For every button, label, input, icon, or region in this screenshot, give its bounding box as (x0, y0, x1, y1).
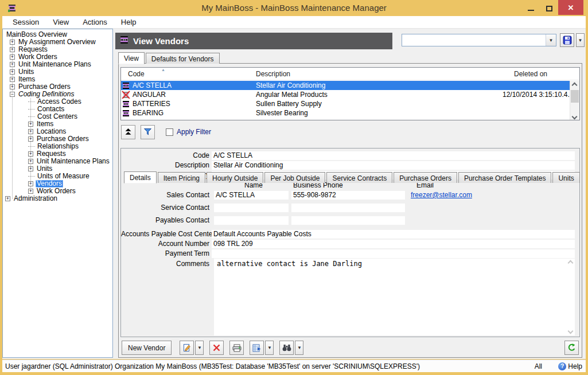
scroll-up-icon[interactable] (572, 83, 578, 88)
combobox-value[interactable] (402, 34, 546, 46)
scroll-up-icon[interactable] (568, 260, 574, 266)
detail-tab-units[interactable]: Units (552, 172, 579, 183)
scrollbar-thumb[interactable] (571, 90, 579, 103)
search-dropdown-button[interactable]: ▼ (295, 341, 303, 355)
expand-icon[interactable]: + (28, 159, 33, 164)
scroll-down-icon[interactable] (568, 329, 574, 334)
expand-icon[interactable]: + (28, 122, 33, 127)
description-field[interactable]: Stellar Air Conditioning (212, 161, 575, 170)
minimize-button[interactable] (521, 0, 540, 15)
menu-bar: SessionViewActionsHelp (2, 16, 586, 29)
chevron-down-icon[interactable]: ▼ (546, 34, 556, 46)
expand-icon[interactable]: + (28, 129, 33, 134)
close-icon: ✕ (568, 3, 574, 12)
sales-contact-email-link[interactable]: freezer@stellar.com (411, 191, 472, 199)
deleted-on-cell: 12/10/2014 3:15:10.4... (503, 91, 570, 99)
export-dropdown-button[interactable]: ▼ (265, 341, 274, 355)
expand-icon[interactable]: + (28, 181, 33, 186)
vendor-icon (122, 110, 130, 117)
menu-item-session[interactable]: Session (6, 16, 46, 28)
tab-view[interactable]: View (118, 52, 145, 64)
tree-connector (28, 116, 35, 117)
menu-item-actions[interactable]: Actions (76, 16, 114, 28)
column-header-description[interactable]: Description (256, 70, 503, 78)
menu-item-view[interactable]: View (46, 16, 76, 28)
detail-tab-hourly-outside[interactable]: Hourly Outside (207, 172, 263, 183)
table-row[interactable]: ANGULARAngular Metal Products12/10/2014 … (121, 90, 570, 99)
tree-connector (28, 176, 35, 177)
refresh-button[interactable] (564, 341, 579, 355)
expand-icon[interactable]: + (28, 166, 33, 171)
code-field[interactable]: A/C STELLA (212, 151, 575, 160)
funnel-icon (144, 128, 151, 135)
comments-field[interactable]: alternative contact is Jane Darling (214, 259, 575, 335)
vendor-table: ▲ Code Description Deleted on A/C STELLA… (120, 67, 580, 120)
tree-item-unit-maintenance-plans[interactable]: +Unit Maintenance Plans (3, 158, 112, 165)
detail-tab-purchase-orders[interactable]: Purchase Orders (394, 172, 457, 183)
save-dropdown-button[interactable]: ▼ (576, 33, 585, 47)
delete-button[interactable] (209, 341, 224, 355)
column-header-deleted-on[interactable]: Deleted on (503, 70, 579, 78)
table-scrollbar[interactable] (570, 81, 579, 120)
help-label: Help (568, 362, 582, 370)
help-button[interactable]: ? Help (558, 362, 582, 370)
code-cell: A/C STELLA (121, 81, 256, 89)
service-contact-label: Service Contact (121, 204, 212, 212)
vendor-icon (120, 36, 128, 46)
accounts-payable-cost-center-field[interactable]: Default Accounts Payable Costs (212, 230, 575, 239)
collapse-panel-button[interactable] (121, 125, 135, 139)
close-button[interactable]: ✕ (558, 0, 583, 15)
edit-button[interactable] (180, 341, 194, 355)
expand-icon[interactable]: + (10, 62, 15, 67)
expand-icon[interactable]: + (10, 84, 15, 89)
expand-icon[interactable]: + (10, 40, 15, 45)
apply-filter-checkbox[interactable] (166, 128, 173, 136)
code-text: BATTERIES (133, 100, 170, 108)
maximize-button[interactable] (540, 0, 558, 15)
detail-tab-per-job-outside[interactable]: Per Job Outside (264, 172, 325, 183)
service-contact-phone-field[interactable] (291, 204, 405, 212)
floppy-disk-icon (563, 36, 572, 45)
tree-item-administration[interactable]: +Administration (3, 195, 112, 202)
detail-tab-item-pricing[interactable]: Item Pricing (158, 172, 205, 183)
expand-icon[interactable]: + (10, 47, 15, 52)
edit-dropdown-button[interactable]: ▼ (195, 341, 204, 355)
view-header: View Vendors (115, 33, 392, 49)
expand-icon[interactable]: + (28, 189, 33, 194)
expand-icon[interactable]: + (10, 77, 15, 82)
menu-item-help[interactable]: Help (114, 16, 143, 28)
save-button[interactable] (560, 33, 574, 47)
print-button[interactable] (229, 341, 244, 355)
tab-defaults-for-vendors[interactable]: Defaults for Vendors (146, 53, 220, 64)
expand-icon[interactable]: + (10, 54, 15, 60)
service-contact-name-field[interactable] (214, 204, 289, 212)
collapse-icon[interactable]: − (10, 92, 15, 97)
payment-term-field[interactable] (212, 249, 575, 258)
search-button[interactable] (279, 341, 294, 355)
tree-item-cost-centers[interactable]: Cost Centers (3, 113, 112, 120)
quick-search-combobox[interactable]: ▼ (402, 34, 556, 46)
payables-contact-name-field[interactable] (214, 216, 289, 225)
filter-button[interactable] (141, 125, 155, 139)
expand-icon[interactable]: + (28, 151, 33, 157)
detail-tab-details[interactable]: Details (124, 171, 157, 183)
detail-tab-service-contracts[interactable]: Service Contracts (326, 172, 392, 183)
column-header-code[interactable]: Code (121, 70, 256, 78)
export-button[interactable] (250, 341, 264, 355)
expand-icon[interactable]: + (28, 136, 33, 142)
expand-icon[interactable]: + (5, 196, 10, 201)
navigation-tree: MainBoss Overview+My Assignment Overview… (2, 29, 113, 358)
detail-tab-purchase-order-templates[interactable]: Purchase Order Templates (458, 172, 552, 183)
table-row[interactable]: A/C STELLAStellar Air Conditioning (121, 81, 570, 90)
account-number-field[interactable]: 098 TRL 209 (212, 240, 575, 248)
payables-contact-phone-field[interactable] (291, 216, 405, 225)
sales-contact-phone-field[interactable]: 555-908-9872 (291, 191, 405, 200)
view-tabs: ViewDefaults for Vendors (118, 52, 220, 64)
table-row[interactable]: BATTERIESSullen Battery Supply (121, 99, 570, 108)
expand-icon[interactable]: + (10, 69, 15, 75)
table-row[interactable]: BEARINGSilvester Bearing (121, 108, 570, 118)
new-vendor-button[interactable]: New Vendor (122, 341, 172, 355)
sales-contact-name-field[interactable]: A/C STELLA (214, 191, 289, 200)
scroll-down-icon[interactable] (572, 114, 578, 120)
tree-rows: MainBoss Overview+My Assignment Overview… (3, 29, 112, 202)
